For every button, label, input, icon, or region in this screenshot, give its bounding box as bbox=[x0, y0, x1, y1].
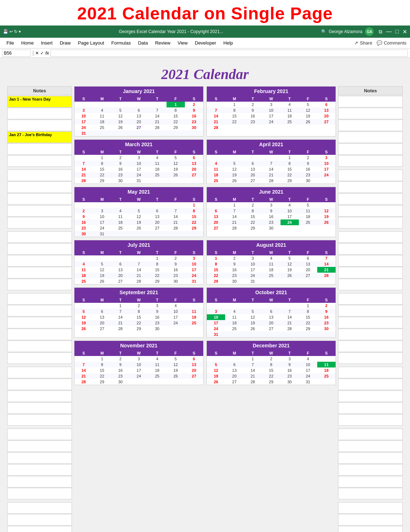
day-cell[interactable] bbox=[207, 102, 225, 107]
day-cell[interactable]: 2 bbox=[225, 255, 243, 261]
menu-formulas[interactable]: Formulas bbox=[109, 39, 134, 47]
day-cell[interactable] bbox=[299, 278, 317, 284]
day-cell[interactable]: 18 bbox=[148, 367, 167, 373]
day-cell[interactable]: 5 bbox=[93, 261, 111, 267]
day-cell[interactable]: 28 bbox=[262, 178, 280, 184]
day-cell[interactable]: 20 bbox=[317, 113, 336, 119]
note-feb-5[interactable] bbox=[7, 217, 72, 228]
day-cell[interactable]: 31 bbox=[129, 178, 148, 184]
note-sep-5[interactable] bbox=[7, 476, 72, 487]
day-cell[interactable] bbox=[167, 326, 185, 332]
comments-button[interactable]: 💬 Comments bbox=[377, 40, 406, 46]
day-cell[interactable]: 27 bbox=[225, 379, 243, 385]
day-cell[interactable]: 3 bbox=[185, 255, 203, 261]
day-cell[interactable]: 17 bbox=[74, 119, 93, 125]
note-may-3[interactable] bbox=[7, 317, 72, 328]
day-cell[interactable]: 8 bbox=[167, 107, 185, 113]
day-cell[interactable]: 9 bbox=[225, 261, 243, 267]
day-cell[interactable]: 16 bbox=[281, 367, 299, 373]
day-cell[interactable]: 1 bbox=[207, 255, 225, 261]
day-cell[interactable]: 16 bbox=[111, 367, 129, 373]
day-cell[interactable]: 5 bbox=[167, 155, 185, 161]
day-cell[interactable]: 27 bbox=[317, 119, 336, 125]
cancel-formula-icon[interactable]: ✕ bbox=[35, 51, 39, 56]
day-cell[interactable]: 5 bbox=[167, 356, 185, 362]
day-cell[interactable]: 17 bbox=[129, 367, 148, 373]
day-cell[interactable] bbox=[243, 303, 262, 309]
note-jan-5[interactable] bbox=[7, 143, 72, 155]
note-feb-2[interactable] bbox=[7, 181, 72, 193]
day-cell[interactable] bbox=[281, 225, 299, 231]
day-cell[interactable] bbox=[262, 278, 280, 284]
day-cell[interactable] bbox=[317, 278, 336, 284]
day-cell[interactable]: 27 bbox=[262, 326, 280, 332]
day-cell[interactable] bbox=[111, 255, 129, 261]
day-cell[interactable]: 1 bbox=[225, 202, 243, 208]
note-nov-2[interactable] bbox=[7, 514, 72, 526]
day-cell[interactable] bbox=[167, 178, 185, 184]
day-cell[interactable]: 27 bbox=[299, 273, 317, 278]
day-cell[interactable]: 14 bbox=[281, 314, 299, 320]
day-cell[interactable]: 11 bbox=[148, 362, 167, 367]
day-cell[interactable]: 29 bbox=[262, 379, 280, 385]
day-cell[interactable]: 28 bbox=[111, 326, 129, 332]
note-sep-1[interactable] bbox=[7, 429, 72, 440]
day-cell[interactable]: 20 bbox=[111, 273, 129, 278]
day-cell[interactable]: 2 bbox=[243, 102, 262, 107]
day-cell[interactable]: 11 bbox=[299, 208, 317, 214]
day-cell[interactable]: 18 bbox=[207, 172, 225, 178]
day-cell[interactable]: 10 bbox=[281, 208, 299, 214]
day-cell[interactable]: 21 bbox=[129, 273, 148, 278]
day-cell[interactable]: 2 bbox=[299, 155, 317, 161]
day-cell[interactable]: 2 bbox=[167, 255, 185, 261]
note-sep-2[interactable] bbox=[7, 440, 72, 452]
day-cell[interactable]: 26 bbox=[111, 125, 129, 130]
minimize-btn[interactable]: — bbox=[386, 28, 392, 35]
day-cell[interactable] bbox=[111, 231, 129, 237]
day-cell[interactable]: 4 bbox=[148, 356, 167, 362]
day-cell[interactable] bbox=[225, 332, 243, 337]
day-cell[interactable] bbox=[111, 202, 129, 208]
day-cell[interactable]: 25 bbox=[148, 373, 167, 379]
day-cell[interactable]: 21 bbox=[262, 172, 280, 178]
day-cell[interactable]: 21 bbox=[317, 267, 336, 273]
note-jul-4[interactable] bbox=[7, 402, 72, 414]
day-cell[interactable]: 13 bbox=[262, 314, 280, 320]
day-cell[interactable]: 21 bbox=[148, 119, 167, 125]
day-cell[interactable]: 9 bbox=[74, 214, 93, 219]
day-cell[interactable]: 18 bbox=[225, 320, 243, 326]
day-cell[interactable]: 21 bbox=[225, 219, 243, 225]
day-cell[interactable]: 27 bbox=[111, 278, 129, 284]
day-cell[interactable]: 22 bbox=[93, 373, 111, 379]
day-cell[interactable]: 23 bbox=[167, 273, 185, 278]
day-cell[interactable] bbox=[185, 303, 203, 309]
day-cell[interactable]: 14 bbox=[111, 314, 129, 320]
day-cell[interactable]: 2 bbox=[317, 303, 336, 309]
day-cell[interactable] bbox=[243, 125, 262, 130]
note-may-5[interactable] bbox=[7, 341, 72, 352]
day-cell[interactable]: 8 bbox=[281, 161, 299, 166]
day-cell[interactable]: 6 bbox=[129, 107, 148, 113]
note-jan-newyear[interactable]: Jan 1 - New Years Day bbox=[7, 96, 72, 107]
day-cell[interactable]: 2 bbox=[111, 356, 129, 362]
day-cell[interactable]: 7 bbox=[74, 362, 93, 367]
day-cell[interactable]: 13 bbox=[148, 214, 167, 219]
day-cell[interactable]: 21 bbox=[111, 320, 129, 326]
day-cell[interactable] bbox=[225, 125, 243, 130]
day-cell[interactable]: 24 bbox=[185, 273, 203, 278]
menu-draw[interactable]: Draw bbox=[57, 39, 73, 47]
day-cell[interactable] bbox=[129, 255, 148, 261]
day-cell[interactable] bbox=[281, 332, 299, 337]
day-cell[interactable]: 14 bbox=[167, 214, 185, 219]
day-cell[interactable]: 1 bbox=[111, 303, 129, 309]
day-cell[interactable]: 23 bbox=[299, 172, 317, 178]
day-cell[interactable]: 22 bbox=[207, 273, 225, 278]
day-cell[interactable]: 19 bbox=[167, 367, 185, 373]
day-cell[interactable]: 7 bbox=[111, 309, 129, 314]
day-cell[interactable]: 24 bbox=[93, 225, 111, 231]
day-cell[interactable]: 7 bbox=[148, 107, 167, 113]
day-cell[interactable]: 29 bbox=[93, 178, 111, 184]
day-cell[interactable]: 22 bbox=[243, 219, 262, 225]
day-cell[interactable]: 30 bbox=[185, 125, 203, 130]
day-cell[interactable]: 12 bbox=[207, 367, 225, 373]
